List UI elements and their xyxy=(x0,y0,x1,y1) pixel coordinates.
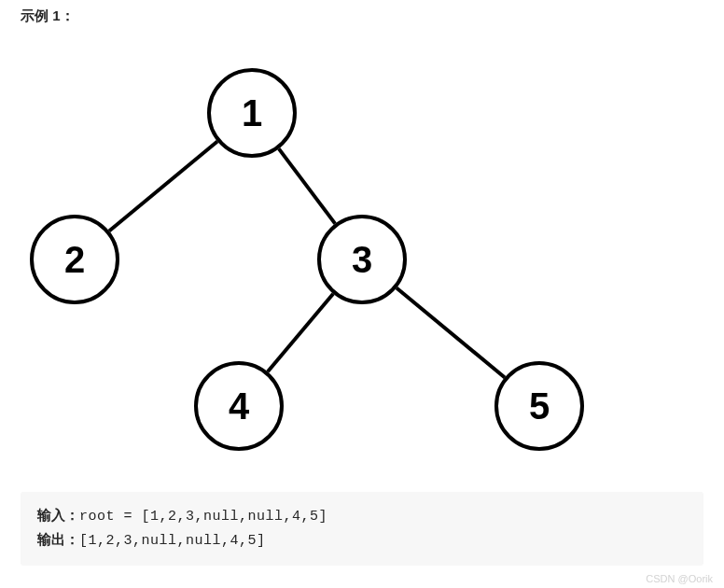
tree-node-3: 3 xyxy=(317,215,407,304)
tree-node-5: 5 xyxy=(494,361,584,451)
output-label: 输出： xyxy=(37,533,79,549)
input-value: root = [1,2,3,null,null,4,5] xyxy=(79,509,327,525)
output-value: [1,2,3,null,null,4,5] xyxy=(79,533,266,549)
tree-edge xyxy=(397,288,505,378)
tree-edge xyxy=(268,294,333,372)
example-heading: 示例 1： xyxy=(0,0,724,25)
input-line: 输入：root = [1,2,3,null,null,4,5] xyxy=(37,505,687,529)
tree-node-2: 2 xyxy=(30,215,119,304)
watermark: CSDN @Oorik xyxy=(646,573,713,584)
input-label: 输入： xyxy=(37,509,79,525)
tree-edge xyxy=(109,142,217,231)
output-line: 输出：[1,2,3,null,null,4,5] xyxy=(37,529,687,553)
tree-edge xyxy=(279,148,335,223)
tree-node-1: 1 xyxy=(207,68,297,158)
tree-node-4: 4 xyxy=(194,361,284,451)
code-block: 输入：root = [1,2,3,null,null,4,5] 输出：[1,2,… xyxy=(21,492,703,566)
tree-diagram: 12345 xyxy=(0,25,724,492)
